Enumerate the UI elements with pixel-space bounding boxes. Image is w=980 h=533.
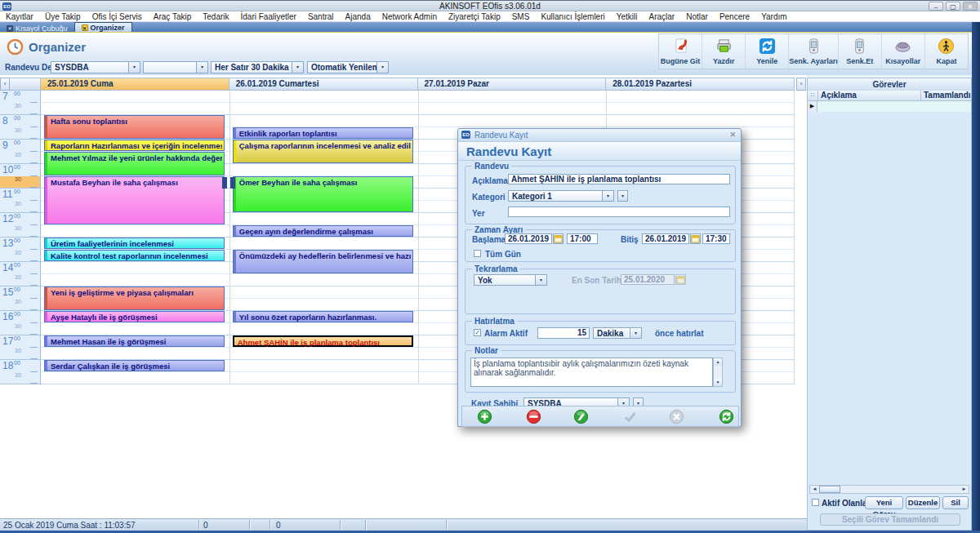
calendar-event[interactable]: Ahmet ŞAHİN ile iş planlama toplantısı (233, 335, 413, 347)
dropdown-arrow-icon[interactable]: ▾ (292, 62, 303, 73)
active-only-checkbox[interactable] (812, 499, 819, 506)
menu-item[interactable]: Yetkili (611, 11, 644, 22)
start-date-picker-icon[interactable] (553, 233, 564, 244)
menu-item[interactable]: Ofis İçi Servis (87, 11, 148, 22)
all-day-checkbox[interactable] (474, 250, 481, 257)
time-slot[interactable]: 140030 (0, 262, 40, 286)
toolbar-shortcuts-button[interactable]: Kısayollar (882, 34, 925, 69)
time-slot[interactable]: 150030 (0, 286, 40, 311)
calendar-prev-button[interactable]: ‹ (0, 78, 10, 91)
calendar-next-button[interactable]: › (796, 78, 806, 91)
menu-item[interactable]: Santral (302, 11, 340, 22)
toolbar-exit-door-button[interactable]: Kapat (925, 34, 968, 69)
dialog-close-icon[interactable]: ✕ (729, 131, 736, 139)
calendar-event[interactable]: Kalite kontrol test raporlarının incelen… (44, 250, 225, 261)
notes-textarea[interactable]: İş planlama toplantısıbir aylık çalışmal… (470, 358, 713, 387)
toolbar-printer-button[interactable]: Yazdır (702, 34, 746, 69)
repeat-select[interactable]: Yok ▾ (474, 274, 547, 286)
time-slot[interactable]: 110030 (0, 189, 40, 213)
description-field[interactable]: Ahmet ŞAHİN ile iş planlama toplantısı (508, 174, 730, 184)
time-slot[interactable]: 90030 (0, 140, 40, 164)
tasks-column-description[interactable]: Açıklama (818, 91, 920, 100)
menu-item[interactable]: Tedarik (197, 11, 234, 22)
calendar-event[interactable]: Ömer Beyhan ile saha çalışması (233, 176, 413, 212)
tasks-column-completed[interactable]: Tamamlandı (920, 91, 971, 100)
time-slot[interactable]: 80030 (0, 115, 40, 140)
drag-handle-icon[interactable]: ∷ (808, 91, 818, 100)
dropdown-arrow-icon[interactable]: ▾ (376, 62, 388, 73)
day-header[interactable]: 28.01.2019 Pazartesi (606, 78, 795, 91)
calendar-event[interactable]: Mehmet Yılmaz ile yeni ürünler hakkında … (44, 152, 225, 175)
reminder-value-field[interactable]: 15 (537, 327, 590, 339)
auto-refresh-select[interactable]: Otomatik Yenileme Yapma ▾ (307, 61, 389, 73)
secondary-book-select[interactable]: ▾ (143, 61, 208, 73)
task-row[interactable]: ▶ (808, 101, 971, 112)
close-button[interactable]: ✕ (963, 2, 978, 11)
tab-close-icon[interactable]: ✕ (82, 24, 88, 31)
time-slot[interactable]: 180030 (0, 360, 40, 384)
calendar-event[interactable]: Yeni iş geliştirme ve piyasa çalışmaları (44, 286, 225, 310)
calendar-event[interactable]: Ayşe Hataylı ile iş görüşmesi (44, 311, 225, 322)
menu-item[interactable]: Network Admin (376, 11, 443, 22)
calendar-event[interactable]: Raporların Hazırlanması ve içeriğin ince… (44, 140, 225, 151)
menu-item[interactable]: Araç Takip (148, 11, 198, 22)
time-slot[interactable]: 120030 (0, 213, 40, 238)
menu-item[interactable]: Pencere (714, 11, 755, 22)
dropdown-arrow-icon[interactable]: ▾ (630, 328, 641, 338)
menu-item[interactable]: Ziyaretçi Takip (443, 11, 506, 22)
exit-record-button[interactable] (719, 409, 734, 424)
scroll-thumb[interactable] (819, 486, 840, 493)
toolbar-refresh-button[interactable]: Yenile (746, 34, 789, 69)
tasks-hscrollbar[interactable]: ◄ ► (809, 485, 969, 494)
day-header[interactable]: 27.01.2019 Pazar (418, 78, 607, 91)
scroll-left-icon[interactable]: ◄ (810, 486, 819, 493)
menu-item[interactable]: Kayıtlar (0, 11, 39, 22)
delete-record-button[interactable] (526, 409, 541, 424)
edit-record-button[interactable] (573, 409, 589, 424)
add-record-button[interactable] (477, 409, 492, 424)
calendar-event[interactable]: Mehmet Hasan ile iş görüşmesi (44, 335, 225, 347)
calendar-event[interactable]: Üretim faaliyetlerinin incelenmesi (44, 238, 225, 249)
calendar-event[interactable]: Mustafa Beyhan ile saha çalışması (44, 176, 225, 224)
edit-task-button[interactable]: Düzenle (906, 496, 940, 509)
menu-item[interactable]: İdari Faaliyetler (235, 11, 302, 22)
row-interval-select[interactable]: Her Satır 30 Dakika Göstersin ▾ (211, 61, 304, 73)
dropdown-arrow-icon[interactable]: ▾ (196, 62, 207, 73)
minimize-button[interactable]: – (929, 2, 943, 11)
calendar-event[interactable]: Çalışma raporlarının incelenmesi ve anal… (233, 140, 413, 163)
toolbar-sync-settings-button[interactable]: Senk. Ayarları (789, 34, 838, 69)
start-date-field[interactable]: 26.01.2019 (505, 233, 552, 244)
tab-organizer[interactable]: ✕Organizer (74, 22, 132, 32)
calendar-event[interactable]: Hafta sonu toplantısı (44, 115, 225, 139)
alarm-active-checkbox[interactable]: ✓ (474, 329, 481, 336)
time-slot[interactable]: 70030 (0, 91, 40, 115)
maximize-button[interactable]: ▢ (946, 2, 960, 11)
category-color-button[interactable]: ▾ (617, 190, 628, 202)
menu-item[interactable]: Kullanıcı İşlemleri (535, 11, 610, 22)
delete-task-button[interactable]: Sil (942, 496, 969, 509)
menu-item[interactable]: Araçlar (644, 11, 681, 22)
time-slot[interactable]: 130030 (0, 238, 40, 262)
calendar-event[interactable]: Yıl sonu özet raporların hazırlanması. (233, 311, 413, 322)
location-field[interactable] (508, 207, 730, 217)
time-slot[interactable]: 170030 (0, 335, 40, 360)
menu-item[interactable]: Yardım (755, 11, 793, 22)
dialog-title-bar[interactable]: EO Randevu Kayıt ✕ (458, 129, 741, 142)
day-header[interactable]: 26.01.2019 Cumartesi (229, 78, 418, 91)
dropdown-arrow-icon[interactable]: ▾ (128, 62, 140, 73)
scroll-right-icon[interactable]: ► (960, 486, 969, 493)
calendar-event[interactable]: Etkinlik raporları toplantısı (233, 127, 413, 139)
end-time-field[interactable]: 17:30 (702, 233, 730, 244)
task-completed-button[interactable]: Seçili Görev Tamamlandı (820, 513, 960, 526)
menu-item[interactable]: Üye Takip (39, 11, 87, 22)
calendar-event[interactable]: Önümüzdeki ay hedeflerin belirlenmesi ve… (233, 250, 413, 273)
calendar-event[interactable]: Serdar Çalışkan ile iş görüşmesi (44, 360, 225, 371)
start-time-field[interactable]: 17:00 (567, 233, 598, 244)
calendar-event[interactable]: Geçen ayın değerlendirme çalışması (233, 225, 413, 237)
end-date-field[interactable]: 26.01.2019 (642, 233, 689, 244)
time-slot[interactable]: 100030 (0, 164, 40, 189)
reminder-unit-select[interactable]: Dakika ▾ (593, 327, 642, 339)
menu-item[interactable]: SMS (506, 11, 536, 22)
dropdown-arrow-icon[interactable]: ▾ (602, 191, 613, 201)
notes-scrollbar[interactable]: ▲ ▼ (713, 358, 723, 387)
